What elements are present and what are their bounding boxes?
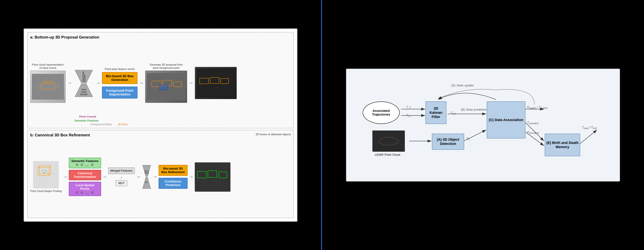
- svg-point-22: [52, 91, 52, 91]
- box-fg-segmentation: Foreground Point Segmentation: [102, 86, 138, 98]
- svg-point-3: [43, 86, 43, 86]
- svg-point-67: [45, 170, 46, 170]
- svg-point-100: [379, 142, 379, 143]
- box-semantic-b: Semantic Features ⊙ ⊙ … ⊙: [69, 158, 101, 168]
- label-semantic-a: Semantic Features: [74, 119, 99, 122]
- track-container: Associated Trajectories T_t Tt-1 3D Kalm…: [351, 74, 615, 176]
- svg-point-56: [217, 87, 218, 88]
- box-3d-detect: (A) 3D Object Detection: [432, 134, 464, 150]
- svg-point-105: [395, 143, 396, 144]
- svg-point-57: [221, 88, 222, 89]
- svg-point-55: [213, 88, 214, 88]
- svg-point-80: [199, 181, 199, 182]
- svg-rect-60: [33, 161, 59, 188]
- arrows-svg: [351, 74, 615, 176]
- svg-point-9: [38, 88, 38, 89]
- svg-point-13: [51, 87, 52, 87]
- svg-point-23: [55, 92, 55, 92]
- detect-image-a: [145, 70, 187, 103]
- svg-point-45: [171, 88, 171, 89]
- label-Dunmatch: Dunmatch: [527, 130, 539, 134]
- svg-point-58: [225, 88, 226, 88]
- arrow-1: →: [67, 80, 72, 86]
- svg-point-21: [48, 92, 49, 92]
- label-Dmatch: Dmatch / Tmatch: [527, 106, 548, 110]
- middle-boxes-a: Bin-based 3D Box Generation Foreground P…: [102, 72, 138, 98]
- label-generate: Generate 3D proposal from each foregroun…: [148, 63, 184, 70]
- svg-point-20: [45, 91, 46, 92]
- svg-point-5: [49, 85, 50, 86]
- left-figure: a: Bottom-up 3D Proposal Generation Poin…: [24, 28, 298, 222]
- label-Tunmatch: Tunmatch: [527, 121, 538, 125]
- encoder-decoder: Point Cloud Encoder Point Cloud Decoder: [73, 67, 94, 99]
- svg-point-2: [40, 85, 40, 86]
- left-panel: a: Bottom-up 3D Proposal Generation Poin…: [0, 0, 322, 250]
- svg-point-44: [168, 89, 168, 90]
- label-point-cloud: Point cloud representation of input scen…: [32, 63, 64, 70]
- svg-line-96: [579, 130, 597, 144]
- svg-point-82: [207, 180, 207, 181]
- section-a: a: Bottom-up 3D Proposal Generation Poin…: [27, 32, 294, 128]
- svg-point-103: [388, 143, 389, 144]
- svg-text:Cloud: Cloud: [81, 91, 86, 93]
- svg-point-16: [60, 88, 61, 88]
- svg-point-85: [219, 182, 219, 182]
- svg-point-52: [201, 88, 202, 88]
- svg-point-102: [385, 143, 386, 144]
- svg-point-81: [203, 182, 203, 182]
- box-birth-death: (E) Birth and Death Memory: [545, 134, 580, 156]
- arrow-b4: →: [153, 174, 157, 180]
- svg-point-47: [177, 89, 178, 90]
- svg-text:Encoder: Encoder: [84, 75, 86, 82]
- region-pool-image: [33, 161, 59, 189]
- svg-point-83: [211, 182, 211, 182]
- final-image-b: [195, 162, 230, 191]
- svg-point-46: [174, 89, 174, 90]
- svg-text:Point: Point: [82, 88, 86, 91]
- section-b-content: Point Cloud Region Pooling → Semantic Fe…: [30, 138, 291, 215]
- box-bin-refinement: Bin-based 3D Box Refinement: [158, 165, 188, 176]
- features-col: Semantic Features ⊙ ⊙ … ⊙ Canonical Tran…: [69, 158, 101, 196]
- svg-point-84: [215, 181, 215, 181]
- svg-text:Decoder: Decoder: [80, 93, 87, 96]
- final-image-a: [195, 67, 237, 99]
- arrow-b3: →: [136, 174, 140, 180]
- svg-point-59: [229, 89, 230, 89]
- svg-point-69: [46, 171, 47, 172]
- label-region-pool: Point Cloud Region Pooling: [30, 190, 62, 192]
- label-Tt1: Tt-1: [406, 114, 411, 118]
- label-lidar: LiDAR Point Cloud: [375, 153, 400, 156]
- arrow-b1: →: [63, 174, 68, 180]
- svg-point-17: [35, 92, 35, 92]
- main-container: a: Bottom-up 3D Proposal Generation Poin…: [0, 0, 644, 250]
- svg-point-99: [376, 143, 376, 144]
- svg-point-107: [401, 144, 402, 144]
- section-a-content: Point cloud representation of input scen…: [30, 41, 291, 126]
- svg-rect-39: [160, 85, 168, 90]
- lidar-image: [372, 130, 404, 151]
- arrow-3: →: [139, 80, 144, 86]
- svg-point-70: [43, 173, 44, 174]
- svg-point-7: [56, 86, 56, 87]
- right-panel: Associated Trajectories T_t Tt-1 3D Kalm…: [322, 0, 644, 250]
- svg-point-54: [209, 87, 210, 88]
- label-3dboxes: 3D boxes of detected objects: [256, 133, 291, 136]
- svg-point-25: [62, 92, 62, 92]
- svg-point-106: [398, 143, 399, 143]
- svg-point-19: [42, 92, 42, 92]
- section-b-title: b: Canonical 3D Box Refinement: [30, 133, 90, 137]
- svg-rect-76: [195, 163, 230, 192]
- box-bin-generation: Bin-based 3D Box Generation: [102, 72, 138, 84]
- cloud-image-a: [30, 70, 66, 103]
- arrow-b5: →: [189, 174, 194, 180]
- arrow-b2: →: [102, 174, 107, 180]
- svg-point-4: [46, 84, 46, 84]
- arrow-down-merged: ↓: [120, 175, 122, 179]
- svg-point-42: [161, 90, 162, 90]
- box-data-assoc: (C) Data Association: [487, 102, 526, 138]
- svg-point-24: [58, 91, 58, 91]
- label-Dt: Dt: [466, 137, 470, 141]
- right-figure: Associated Trajectories T_t Tt-1 3D Kalm…: [346, 69, 620, 182]
- svg-text:Point: Point: [145, 170, 148, 172]
- svg-point-68: [44, 172, 45, 173]
